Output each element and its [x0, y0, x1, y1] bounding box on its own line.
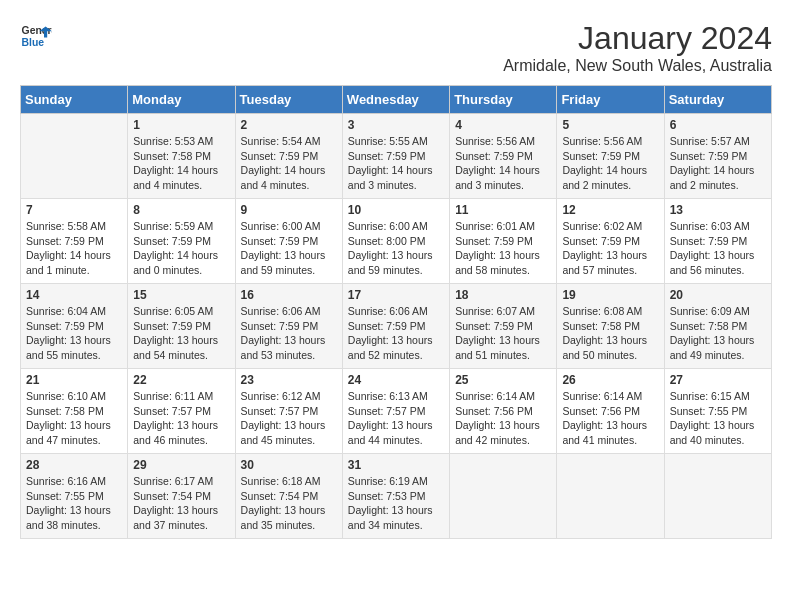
- calendar-cell: 28Sunrise: 6:16 AM Sunset: 7:55 PM Dayli…: [21, 454, 128, 539]
- calendar-cell: 24Sunrise: 6:13 AM Sunset: 7:57 PM Dayli…: [342, 369, 449, 454]
- day-number: 31: [348, 458, 444, 472]
- calendar-cell: 31Sunrise: 6:19 AM Sunset: 7:53 PM Dayli…: [342, 454, 449, 539]
- calendar-cell: 27Sunrise: 6:15 AM Sunset: 7:55 PM Dayli…: [664, 369, 771, 454]
- page-header: General Blue January 2024 Armidale, New …: [20, 20, 772, 75]
- day-info: Sunrise: 5:57 AM Sunset: 7:59 PM Dayligh…: [670, 134, 766, 193]
- day-info: Sunrise: 6:13 AM Sunset: 7:57 PM Dayligh…: [348, 389, 444, 448]
- day-number: 16: [241, 288, 337, 302]
- day-info: Sunrise: 6:03 AM Sunset: 7:59 PM Dayligh…: [670, 219, 766, 278]
- day-number: 9: [241, 203, 337, 217]
- calendar-week-row: 14Sunrise: 6:04 AM Sunset: 7:59 PM Dayli…: [21, 284, 772, 369]
- column-header-wednesday: Wednesday: [342, 86, 449, 114]
- day-info: Sunrise: 6:08 AM Sunset: 7:58 PM Dayligh…: [562, 304, 658, 363]
- day-number: 23: [241, 373, 337, 387]
- calendar-table: SundayMondayTuesdayWednesdayThursdayFrid…: [20, 85, 772, 539]
- calendar-cell: 11Sunrise: 6:01 AM Sunset: 7:59 PM Dayli…: [450, 199, 557, 284]
- column-header-monday: Monday: [128, 86, 235, 114]
- calendar-cell: [664, 454, 771, 539]
- calendar-cell: 17Sunrise: 6:06 AM Sunset: 7:59 PM Dayli…: [342, 284, 449, 369]
- calendar-cell: 9Sunrise: 6:00 AM Sunset: 7:59 PM Daylig…: [235, 199, 342, 284]
- logo: General Blue: [20, 20, 52, 52]
- calendar-cell: 20Sunrise: 6:09 AM Sunset: 7:58 PM Dayli…: [664, 284, 771, 369]
- day-info: Sunrise: 6:02 AM Sunset: 7:59 PM Dayligh…: [562, 219, 658, 278]
- column-header-thursday: Thursday: [450, 86, 557, 114]
- calendar-cell: 23Sunrise: 6:12 AM Sunset: 7:57 PM Dayli…: [235, 369, 342, 454]
- calendar-cell: 14Sunrise: 6:04 AM Sunset: 7:59 PM Dayli…: [21, 284, 128, 369]
- calendar-week-row: 7Sunrise: 5:58 AM Sunset: 7:59 PM Daylig…: [21, 199, 772, 284]
- calendar-cell: 22Sunrise: 6:11 AM Sunset: 7:57 PM Dayli…: [128, 369, 235, 454]
- calendar-cell: 26Sunrise: 6:14 AM Sunset: 7:56 PM Dayli…: [557, 369, 664, 454]
- day-info: Sunrise: 6:18 AM Sunset: 7:54 PM Dayligh…: [241, 474, 337, 533]
- column-header-friday: Friday: [557, 86, 664, 114]
- calendar-cell: 1Sunrise: 5:53 AM Sunset: 7:58 PM Daylig…: [128, 114, 235, 199]
- day-number: 15: [133, 288, 229, 302]
- day-info: Sunrise: 6:15 AM Sunset: 7:55 PM Dayligh…: [670, 389, 766, 448]
- day-info: Sunrise: 6:12 AM Sunset: 7:57 PM Dayligh…: [241, 389, 337, 448]
- calendar-cell: [21, 114, 128, 199]
- calendar-cell: 15Sunrise: 6:05 AM Sunset: 7:59 PM Dayli…: [128, 284, 235, 369]
- day-number: 1: [133, 118, 229, 132]
- day-number: 13: [670, 203, 766, 217]
- calendar-cell: 21Sunrise: 6:10 AM Sunset: 7:58 PM Dayli…: [21, 369, 128, 454]
- day-info: Sunrise: 5:53 AM Sunset: 7:58 PM Dayligh…: [133, 134, 229, 193]
- day-info: Sunrise: 6:14 AM Sunset: 7:56 PM Dayligh…: [455, 389, 551, 448]
- calendar-cell: 30Sunrise: 6:18 AM Sunset: 7:54 PM Dayli…: [235, 454, 342, 539]
- day-number: 25: [455, 373, 551, 387]
- day-number: 2: [241, 118, 337, 132]
- day-info: Sunrise: 5:58 AM Sunset: 7:59 PM Dayligh…: [26, 219, 122, 278]
- calendar-cell: 5Sunrise: 5:56 AM Sunset: 7:59 PM Daylig…: [557, 114, 664, 199]
- calendar-cell: 29Sunrise: 6:17 AM Sunset: 7:54 PM Dayli…: [128, 454, 235, 539]
- day-number: 17: [348, 288, 444, 302]
- calendar-cell: [450, 454, 557, 539]
- calendar-cell: 7Sunrise: 5:58 AM Sunset: 7:59 PM Daylig…: [21, 199, 128, 284]
- calendar-week-row: 28Sunrise: 6:16 AM Sunset: 7:55 PM Dayli…: [21, 454, 772, 539]
- day-number: 20: [670, 288, 766, 302]
- day-number: 26: [562, 373, 658, 387]
- calendar-week-row: 21Sunrise: 6:10 AM Sunset: 7:58 PM Dayli…: [21, 369, 772, 454]
- calendar-body: 1Sunrise: 5:53 AM Sunset: 7:58 PM Daylig…: [21, 114, 772, 539]
- day-info: Sunrise: 6:07 AM Sunset: 7:59 PM Dayligh…: [455, 304, 551, 363]
- calendar-cell: [557, 454, 664, 539]
- day-number: 7: [26, 203, 122, 217]
- title-block: January 2024 Armidale, New South Wales, …: [503, 20, 772, 75]
- day-info: Sunrise: 6:00 AM Sunset: 7:59 PM Dayligh…: [241, 219, 337, 278]
- calendar-week-row: 1Sunrise: 5:53 AM Sunset: 7:58 PM Daylig…: [21, 114, 772, 199]
- day-info: Sunrise: 6:11 AM Sunset: 7:57 PM Dayligh…: [133, 389, 229, 448]
- day-number: 6: [670, 118, 766, 132]
- day-info: Sunrise: 6:05 AM Sunset: 7:59 PM Dayligh…: [133, 304, 229, 363]
- day-number: 8: [133, 203, 229, 217]
- calendar-cell: 8Sunrise: 5:59 AM Sunset: 7:59 PM Daylig…: [128, 199, 235, 284]
- day-info: Sunrise: 5:54 AM Sunset: 7:59 PM Dayligh…: [241, 134, 337, 193]
- day-number: 14: [26, 288, 122, 302]
- day-number: 10: [348, 203, 444, 217]
- svg-text:Blue: Blue: [22, 37, 45, 48]
- calendar-cell: 2Sunrise: 5:54 AM Sunset: 7:59 PM Daylig…: [235, 114, 342, 199]
- day-number: 11: [455, 203, 551, 217]
- day-number: 5: [562, 118, 658, 132]
- day-info: Sunrise: 6:06 AM Sunset: 7:59 PM Dayligh…: [348, 304, 444, 363]
- column-header-saturday: Saturday: [664, 86, 771, 114]
- logo-icon: General Blue: [20, 20, 52, 52]
- calendar-cell: 13Sunrise: 6:03 AM Sunset: 7:59 PM Dayli…: [664, 199, 771, 284]
- calendar-cell: 4Sunrise: 5:56 AM Sunset: 7:59 PM Daylig…: [450, 114, 557, 199]
- day-number: 12: [562, 203, 658, 217]
- month-title: January 2024: [503, 20, 772, 57]
- day-info: Sunrise: 5:55 AM Sunset: 7:59 PM Dayligh…: [348, 134, 444, 193]
- day-info: Sunrise: 6:17 AM Sunset: 7:54 PM Dayligh…: [133, 474, 229, 533]
- day-info: Sunrise: 6:09 AM Sunset: 7:58 PM Dayligh…: [670, 304, 766, 363]
- day-info: Sunrise: 5:56 AM Sunset: 7:59 PM Dayligh…: [562, 134, 658, 193]
- calendar-cell: 6Sunrise: 5:57 AM Sunset: 7:59 PM Daylig…: [664, 114, 771, 199]
- day-info: Sunrise: 5:59 AM Sunset: 7:59 PM Dayligh…: [133, 219, 229, 278]
- day-number: 19: [562, 288, 658, 302]
- day-info: Sunrise: 6:16 AM Sunset: 7:55 PM Dayligh…: [26, 474, 122, 533]
- day-number: 21: [26, 373, 122, 387]
- calendar-cell: 19Sunrise: 6:08 AM Sunset: 7:58 PM Dayli…: [557, 284, 664, 369]
- location-subtitle: Armidale, New South Wales, Australia: [503, 57, 772, 75]
- calendar-cell: 18Sunrise: 6:07 AM Sunset: 7:59 PM Dayli…: [450, 284, 557, 369]
- calendar-header-row: SundayMondayTuesdayWednesdayThursdayFrid…: [21, 86, 772, 114]
- calendar-cell: 10Sunrise: 6:00 AM Sunset: 8:00 PM Dayli…: [342, 199, 449, 284]
- column-header-sunday: Sunday: [21, 86, 128, 114]
- day-number: 22: [133, 373, 229, 387]
- day-info: Sunrise: 6:14 AM Sunset: 7:56 PM Dayligh…: [562, 389, 658, 448]
- calendar-cell: 12Sunrise: 6:02 AM Sunset: 7:59 PM Dayli…: [557, 199, 664, 284]
